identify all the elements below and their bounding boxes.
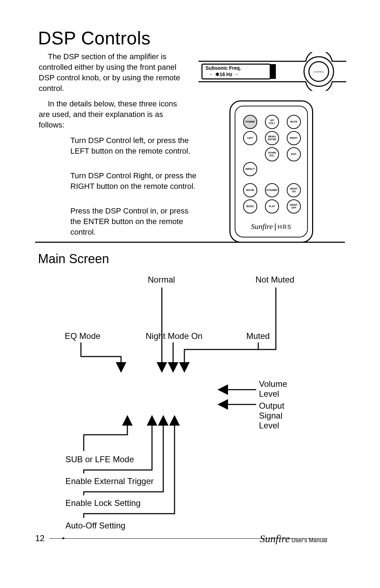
section-divider — [35, 242, 345, 243]
label-auto-off: Auto-Off Setting — [65, 521, 125, 531]
remote-btn-down: DOWN VOL- — [265, 147, 279, 161]
remote-btn-nighton: NIGHT ON — [287, 183, 301, 197]
label-night-mode-on: Night Mode On — [146, 331, 202, 341]
remote-btn-flat: FLAT — [265, 199, 279, 213]
section-title-main-screen: Main Screen — [38, 252, 109, 266]
label-volume-level: Volume Level — [259, 379, 287, 399]
remote-btn-nightoff: NIGHT OFF — [287, 199, 301, 213]
label-eq-mode: EQ Mode — [65, 331, 100, 341]
main-screen-diagram: Normal Not Muted EQ Mode Night Mode On M… — [35, 275, 345, 521]
remote-btn-power: POWER — [243, 115, 257, 129]
remote-brand: Sunfire|HRS — [235, 222, 307, 231]
label-enable-lock-setting: Enable Lock Setting — [65, 498, 140, 508]
label-enable-external-trigger: Enable External Trigger — [65, 476, 154, 486]
label-sub-lfe-mode: SUB or LFE Mode — [65, 454, 134, 464]
footer-brand: Sunfire User's Manual — [260, 533, 327, 545]
intro-para-1: The DSP section of the amplifier is cont… — [39, 51, 190, 94]
remote-btn-dynamic: DYNAMIC — [265, 183, 279, 197]
label-not-muted: Not Muted — [255, 275, 294, 285]
remote-btn-right: RIGHT — [287, 131, 301, 145]
svg-rect-1 — [270, 64, 276, 79]
label-normal: Normal — [148, 275, 175, 285]
remote-btn-left: LEFT — [243, 131, 257, 145]
icon-desc-left: Turn DSP Control left, or press the LEFT… — [70, 135, 197, 156]
remote-btn-mute: MUTE — [287, 115, 301, 129]
front-panel-figure: Subsonic Freq. ← ✱16 Hz → CONTROL — [198, 52, 346, 91]
label-muted: Muted — [246, 331, 270, 341]
intro-para-2: In the details below, these three icons … — [39, 99, 190, 130]
icon-desc-enter: Press the DSP Control in, or press the E… — [70, 206, 197, 237]
fp-line2: ← ✱16 Hz → — [209, 72, 239, 77]
icon-desc-right: Turn DSP Control Right, or press the RIG… — [70, 171, 197, 192]
remote-btn-impact: IMPACT — [243, 162, 257, 176]
remote-btn-music: MUSIC — [243, 199, 257, 213]
remote-btn-menu: MENU/ ENTER — [265, 131, 279, 145]
fp-line1: Subsonic Freq. — [205, 65, 241, 71]
remote-btn-up: UP/ VOL+ — [265, 115, 279, 129]
remote-btn-movie: MOVIE — [243, 183, 257, 197]
page-title: DSP Controls — [38, 27, 151, 49]
knob-label: CONTROL — [314, 71, 324, 73]
label-output-signal-level: Output Signal Level — [259, 401, 284, 431]
remote-figure: POWER UP/ VOL+ MUTE LEFT MENU/ ENTER RIG… — [229, 100, 313, 243]
remote-btn-exit: EXIT — [287, 147, 301, 161]
page-number: 12 — [35, 533, 45, 543]
